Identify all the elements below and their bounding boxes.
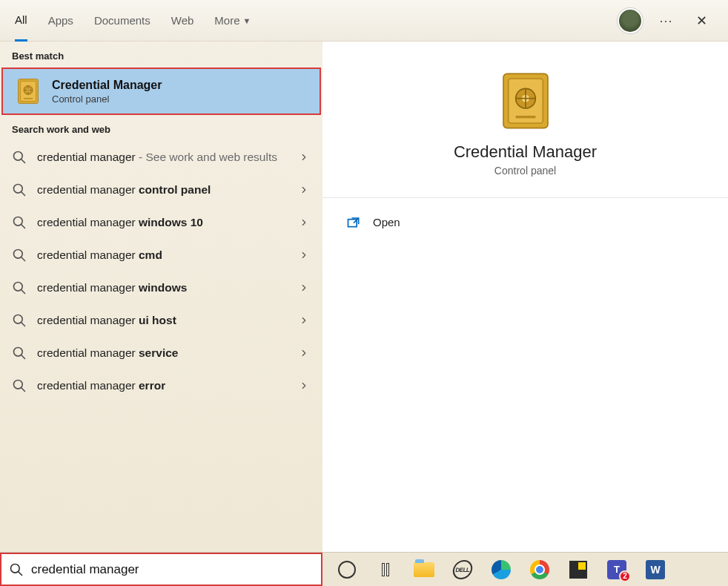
edge-icon[interactable]: [490, 559, 512, 581]
result-text: credential manager control panel: [37, 182, 288, 198]
web-result[interactable]: credential manager cmd: [0, 239, 322, 271]
tab-apps[interactable]: Apps: [48, 0, 73, 41]
best-match-label: Best match: [0, 42, 322, 68]
web-result[interactable]: credential manager ui host: [0, 304, 322, 337]
search-icon: [12, 378, 27, 393]
filter-tabs: All Apps Documents Web More ▼: [15, 0, 251, 41]
preview-panel: Credential Manager Control panel Open: [322, 42, 728, 552]
tab-documents[interactable]: Documents: [94, 0, 150, 41]
tab-all[interactable]: All: [15, 1, 27, 42]
result-text: credential manager windows 10: [37, 215, 288, 231]
web-result[interactable]: credential manager error: [0, 369, 322, 402]
search-web-label: Search work and web: [0, 115, 322, 141]
bottom-bar: DELL T2 W: [0, 552, 728, 586]
result-text: credential manager service: [37, 346, 288, 361]
search-input[interactable]: [31, 562, 314, 577]
chevron-right-icon[interactable]: [299, 152, 311, 162]
result-text: credential manager windows: [37, 280, 288, 296]
search-icon: [12, 248, 27, 263]
taskbar: DELL T2 W: [322, 553, 728, 586]
web-result[interactable]: credential manager - See work and web re…: [0, 141, 322, 174]
chevron-right-icon[interactable]: [299, 217, 311, 228]
best-match-subtitle: Control panel: [52, 93, 162, 105]
open-label: Open: [373, 216, 400, 228]
search-icon: [12, 280, 27, 295]
preview-subtitle: Control panel: [494, 165, 556, 177]
best-match-title: Credential Manager: [52, 79, 162, 92]
close-icon[interactable]: ✕: [690, 7, 713, 35]
web-results-list: credential manager - See work and web re…: [0, 141, 322, 402]
safe-icon: [500, 71, 551, 131]
web-result[interactable]: credential manager windows 10: [0, 206, 322, 239]
chevron-right-icon[interactable]: [299, 250, 311, 260]
search-icon: [9, 562, 24, 577]
search-icon: [12, 150, 27, 165]
options-icon[interactable]: ⋯: [659, 13, 674, 29]
safe-icon: [15, 78, 42, 105]
file-explorer-icon[interactable]: [413, 559, 435, 581]
search-icon: [12, 313, 27, 328]
tab-more-label: More: [214, 14, 239, 27]
chevron-right-icon[interactable]: [299, 315, 311, 326]
open-icon: [346, 214, 361, 229]
user-avatar[interactable]: [618, 8, 643, 33]
chevron-right-icon[interactable]: [299, 381, 311, 391]
result-text: credential manager ui host: [37, 313, 288, 329]
cortana-icon[interactable]: [336, 559, 358, 581]
tab-web[interactable]: Web: [171, 0, 194, 41]
teams-badge: 2: [619, 570, 631, 582]
tab-more[interactable]: More ▼: [214, 0, 251, 41]
dell-icon[interactable]: DELL: [451, 559, 474, 581]
search-box[interactable]: [0, 553, 322, 586]
search-icon: [12, 215, 27, 230]
web-result[interactable]: credential manager windows: [0, 271, 322, 304]
search-header: All Apps Documents Web More ▼ ⋯ ✕: [0, 0, 728, 42]
chevron-right-icon[interactable]: [299, 348, 311, 358]
web-result[interactable]: credential manager control panel: [0, 174, 322, 206]
results-panel: Best match Credential Manager Control pa…: [0, 42, 322, 552]
best-match-credential-manager[interactable]: Credential Manager Control panel: [1, 68, 321, 115]
search-icon: [12, 182, 27, 197]
task-view-icon[interactable]: [374, 559, 397, 581]
open-action[interactable]: Open: [322, 198, 728, 246]
result-text: credential manager cmd: [37, 248, 288, 263]
caret-down-icon: ▼: [243, 16, 251, 25]
web-result[interactable]: credential manager service: [0, 337, 322, 369]
result-text: credential manager - See work and web re…: [37, 150, 288, 165]
chrome-icon[interactable]: [529, 559, 551, 581]
word-icon[interactable]: W: [644, 559, 666, 581]
chevron-right-icon[interactable]: [299, 185, 311, 195]
search-icon: [12, 346, 27, 361]
sticky-notes-icon[interactable]: [567, 559, 589, 581]
chevron-right-icon[interactable]: [299, 283, 311, 293]
teams-icon[interactable]: T2: [606, 559, 628, 581]
preview-title: Credential Manager: [454, 142, 597, 162]
result-text: credential manager error: [37, 378, 288, 394]
